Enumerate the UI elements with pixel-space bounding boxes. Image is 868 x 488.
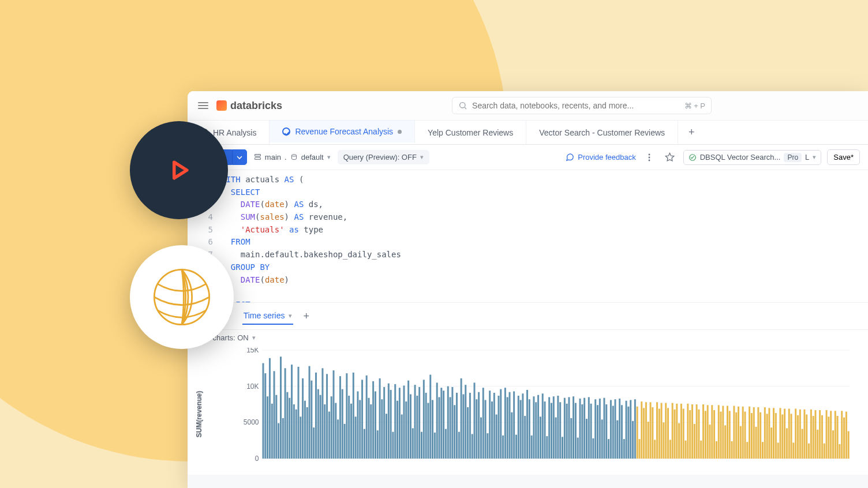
svg-rect-166 [588,397,590,459]
add-tab-button[interactable]: + [678,121,705,144]
svg-rect-51 [335,403,336,459]
compute-selector[interactable]: DBSQL Vector Search... Pro L ▾ [683,150,822,165]
svg-rect-187 [634,399,636,459]
run-dropdown-button[interactable] [232,149,247,165]
svg-rect-223 [713,410,715,459]
svg-rect-193 [648,422,649,459]
svg-rect-2 [255,155,260,156]
new-charts-toggle[interactable]: New charts: ON ▾ [188,330,868,346]
svg-rect-136 [522,393,523,459]
tab-yelp-reviews[interactable]: Yelp Customer Reviews [415,121,526,144]
svg-rect-230 [729,411,731,459]
catalog-selector[interactable]: main . default ▾ [253,151,332,164]
compute-size: L [805,153,809,162]
play-overlay-badge[interactable] [130,121,228,219]
svg-rect-118 [482,388,484,459]
brand[interactable]: databricks [216,100,282,112]
schema-icon [290,153,298,161]
play-icon [166,157,192,183]
svg-rect-82 [403,385,405,459]
svg-rect-102 [447,386,449,459]
chevron-down-icon: ▾ [327,153,331,161]
svg-rect-211 [687,404,689,459]
svg-rect-65 [366,376,368,459]
svg-rect-145 [542,393,544,459]
svg-rect-119 [485,400,487,459]
svg-rect-191 [643,408,645,459]
svg-rect-175 [608,439,609,459]
svg-point-0 [460,103,465,108]
save-button[interactable]: Save* [827,149,860,165]
svg-rect-235 [740,426,742,459]
unsaved-dot-icon [398,130,402,134]
code-content[interactable]: WITH actuals AS ( SELECT DATE(date) AS d… [219,170,401,302]
svg-rect-113 [472,434,473,459]
query-preview-toggle[interactable]: Query (Preview): OFF ▾ [338,150,429,164]
svg-rect-103 [450,397,451,459]
tab-revenue-forecast[interactable]: Revenue Forecast Analysis [270,121,415,144]
globe-overlay-badge [130,245,234,349]
svg-rect-87 [414,385,416,459]
search-box[interactable]: ⌘ + P [452,97,712,114]
svg-rect-37 [304,401,306,459]
svg-rect-27 [282,418,284,459]
svg-rect-192 [645,402,647,459]
favorite-button[interactable] [663,150,678,165]
feedback-label: Provide feedback [578,153,635,162]
svg-rect-195 [652,407,653,459]
svg-rect-69 [375,391,376,459]
kebab-icon [645,153,654,162]
svg-rect-172 [601,419,603,459]
menu-icon[interactable] [198,102,208,109]
svg-rect-59 [353,373,354,459]
svg-rect-162 [579,399,581,459]
svg-rect-216 [698,410,699,459]
svg-rect-255 [784,409,785,459]
svg-rect-92 [425,393,427,459]
tab-vector-search[interactable]: Vector Search - Customer Reviews [526,121,678,144]
sql-editor[interactable]: 1234567891011121314 WITH actuals AS ( SE… [188,170,868,303]
svg-rect-100 [443,391,444,459]
svg-rect-40 [310,381,312,459]
svg-rect-19 [264,373,266,459]
svg-rect-198 [659,409,660,459]
svg-rect-236 [742,407,744,459]
svg-rect-202 [667,408,669,459]
svg-rect-104 [451,387,453,459]
svg-rect-252 [777,442,779,459]
svg-rect-79 [396,401,398,459]
svg-rect-56 [346,373,347,459]
search-input[interactable] [472,101,680,110]
svg-rect-269 [814,410,816,459]
provide-feedback-link[interactable]: Provide feedback [566,153,635,162]
svg-rect-67 [370,404,372,459]
svg-rect-248 [768,408,770,459]
revenue-chart[interactable]: 0500010K15K [228,348,860,469]
svg-rect-168 [592,438,594,459]
svg-rect-159 [573,396,574,459]
editor-toolbar: Run main . default ▾ Query (Preview): OF… [188,145,868,170]
svg-rect-115 [476,399,477,459]
results-tab-timeseries[interactable]: Time series ▾ [242,307,293,325]
svg-rect-121 [489,391,491,459]
svg-rect-140 [531,436,533,459]
svg-rect-185 [630,400,631,459]
svg-rect-243 [757,407,759,459]
svg-rect-132 [513,391,515,459]
svg-rect-182 [623,439,625,459]
svg-rect-26 [280,356,282,459]
svg-rect-219 [705,411,706,459]
svg-rect-78 [394,384,396,459]
svg-rect-217 [700,441,702,459]
svg-rect-176 [610,400,612,459]
svg-rect-177 [612,406,614,459]
more-menu-button[interactable] [642,150,657,165]
svg-rect-273 [824,444,825,459]
svg-rect-83 [405,401,407,459]
svg-rect-73 [383,387,385,459]
svg-rect-46 [324,404,326,459]
svg-rect-189 [638,439,640,459]
svg-rect-226 [720,412,722,459]
add-visualization-button[interactable]: + [304,310,310,322]
svg-rect-25 [278,423,279,459]
